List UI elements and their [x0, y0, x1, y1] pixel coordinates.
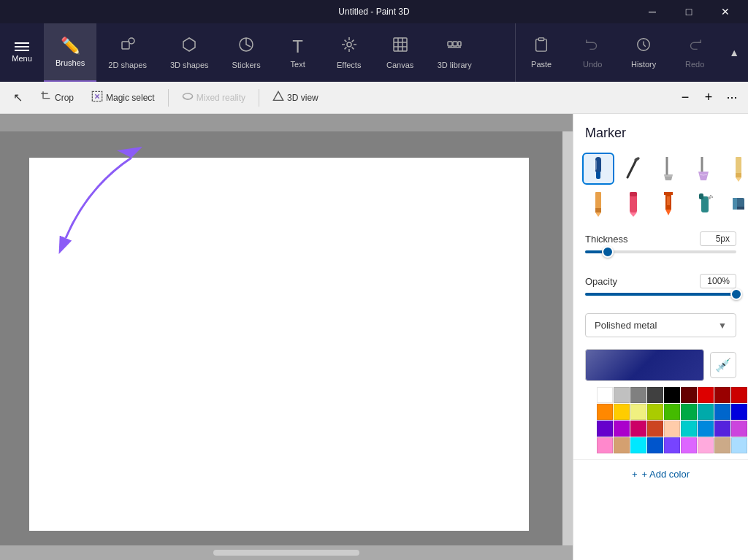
close-button[interactable]: ✕ [709, 0, 742, 23]
color-swatch[interactable] [597, 437, 613, 453]
color-swatch[interactable] [664, 437, 680, 453]
zoom-minus-button[interactable]: − [675, 88, 695, 108]
add-color-button[interactable]: + + Add color [573, 459, 748, 488]
toolbar-item-redo[interactable]: Redo [669, 23, 720, 82]
select-icon: ↖ [13, 91, 23, 104]
toolbar-item-3d-shapes[interactable]: 3D shapes [159, 23, 221, 82]
canvas-label: Canvas [386, 61, 413, 69]
more-options-button[interactable]: ··· [722, 88, 742, 108]
color-swatch[interactable] [647, 437, 663, 453]
color-swatch[interactable] [664, 387, 680, 403]
color-swatch[interactable] [698, 404, 714, 420]
color-swatch[interactable] [597, 404, 613, 420]
toolbar-item-undo[interactable]: Undo [567, 23, 618, 82]
color-swatch[interactable] [731, 404, 747, 420]
color-swatch[interactable] [731, 421, 747, 437]
color-swatch[interactable] [698, 421, 714, 437]
opacity-slider-thumb[interactable] [730, 288, 742, 300]
mixed-reality-label: Mixed reality [196, 93, 245, 103]
texture-dropdown[interactable]: Polished metal ▼ [585, 313, 736, 337]
brush-item-oil[interactable] [652, 153, 684, 185]
color-swatch[interactable] [681, 387, 697, 403]
color-swatch[interactable] [681, 437, 697, 453]
canvas-area[interactable] [0, 114, 573, 560]
color-swatch[interactable] [714, 404, 730, 420]
toolbar-item-text[interactable]: T Text [272, 23, 324, 82]
brushes-icon: ✏️ [61, 37, 80, 55]
toolbar-item-3d-library[interactable]: 3D library [426, 23, 484, 82]
toolbar-item-canvas[interactable]: Canvas [375, 23, 426, 82]
color-swatch[interactable] [714, 437, 730, 453]
horizontal-scrollbar[interactable] [213, 550, 359, 556]
collapse-button[interactable]: ▲ [720, 23, 748, 82]
canvas-workspace[interactable] [0, 114, 573, 560]
toolbar-item-brushes[interactable]: ✏️ Brushes [44, 23, 96, 82]
color-swatch[interactable] [614, 404, 630, 420]
menu-button[interactable]: Menu [0, 23, 44, 82]
color-swatch[interactable] [647, 404, 663, 420]
opacity-value[interactable]: 100% [700, 274, 736, 288]
color-swatch[interactable] [714, 421, 730, 437]
mixed-reality-button[interactable]: Mixed reality [175, 86, 253, 110]
color-swatch[interactable] [664, 404, 680, 420]
color-swatch[interactable] [614, 387, 630, 403]
color-swatch[interactable] [698, 387, 714, 403]
color-preview[interactable] [585, 349, 704, 381]
color-swatch[interactable] [630, 404, 646, 420]
color-swatch[interactable] [597, 387, 613, 403]
brush-item-pencil-shade[interactable] [722, 153, 748, 185]
eyedropper-icon: 💉 [715, 357, 731, 373]
brush-item-pixel-pen[interactable] [652, 188, 684, 220]
select-button[interactable]: ↖ [6, 86, 30, 110]
toolbar-item-2d-shapes[interactable]: 2D shapes [96, 23, 159, 82]
color-swatch[interactable] [630, 437, 646, 453]
color-swatch[interactable] [614, 437, 630, 453]
brush-item-marker[interactable] [582, 153, 614, 185]
color-swatch[interactable] [731, 387, 747, 403]
toolbar-item-paste[interactable]: Paste [516, 23, 567, 82]
color-swatch[interactable] [630, 387, 646, 403]
brush-item-spray-can[interactable] [687, 188, 720, 220]
2d-shapes-icon [119, 36, 137, 58]
color-swatch[interactable] [664, 421, 680, 437]
canvas-top-bar [0, 114, 573, 131]
toolbar-item-history[interactable]: History [618, 23, 669, 82]
toolbar-right: Paste Undo History [515, 23, 748, 82]
thickness-value[interactable]: 5px [700, 231, 736, 246]
opacity-slider-track [585, 293, 736, 296]
color-swatch[interactable] [647, 387, 663, 403]
svg-marker-21 [736, 177, 741, 182]
brush-item-calligraphy[interactable] [617, 153, 649, 185]
color-swatch[interactable] [647, 421, 663, 437]
color-preview-row: 💉 [573, 343, 748, 387]
color-swatch[interactable] [597, 421, 613, 437]
minimize-button[interactable]: ─ [636, 0, 669, 23]
color-swatch[interactable] [681, 404, 697, 420]
magic-select-button[interactable]: Magic select [84, 86, 162, 110]
brush-item-eraser[interactable] [722, 188, 748, 220]
brush-item-colored-pencil[interactable] [582, 188, 614, 220]
3d-view-button[interactable]: 3D view [265, 86, 326, 110]
white-canvas[interactable] [29, 158, 529, 531]
svg-marker-27 [630, 212, 637, 217]
color-swatch[interactable] [731, 437, 747, 453]
svg-rect-7 [458, 42, 461, 46]
maximize-button[interactable]: □ [672, 0, 706, 23]
brush-item-crayon[interactable] [617, 188, 649, 220]
color-swatch[interactable] [714, 387, 730, 403]
canvas-bottom-bar [0, 545, 573, 560]
thickness-slider-thumb[interactable] [602, 246, 614, 258]
color-swatch[interactable] [630, 421, 646, 437]
toolbar-item-effects[interactable]: Effects [324, 23, 375, 82]
zoom-plus-button[interactable]: + [698, 88, 719, 108]
eyedropper-button[interactable]: 💉 [710, 352, 736, 378]
brush-item-watercolor[interactable] [687, 153, 720, 185]
toolbar-item-stickers[interactable]: Stickers [221, 23, 272, 82]
vertical-scrollbar[interactable] [562, 131, 573, 545]
color-swatch[interactable] [681, 421, 697, 437]
texture-label: Polished metal [595, 320, 657, 331]
crop-button[interactable]: Crop [33, 86, 81, 110]
color-swatch[interactable] [614, 421, 630, 437]
thickness-slider-container [585, 250, 736, 253]
color-swatch[interactable] [698, 437, 714, 453]
